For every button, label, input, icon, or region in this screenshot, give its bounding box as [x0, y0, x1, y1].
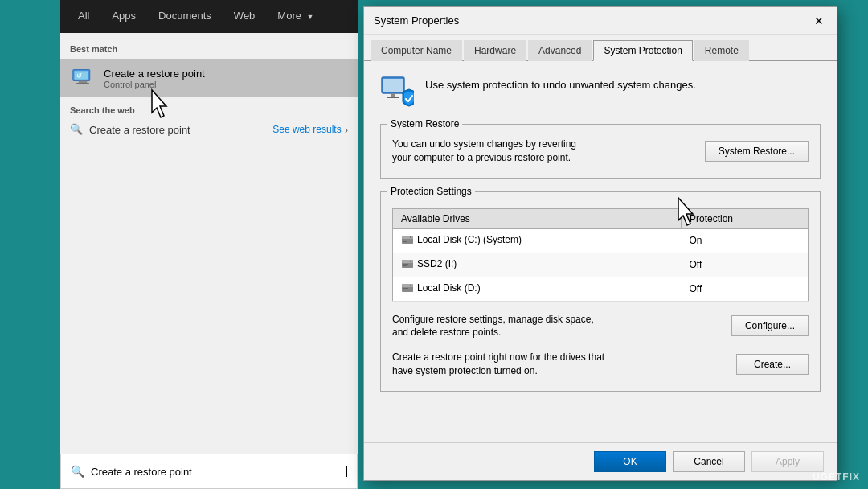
create-text: Create a restore point right now for the…: [392, 351, 736, 378]
table-row: SSD2 (I:) Off: [393, 253, 809, 277]
web-search-result[interactable]: 🔍 Create a restore point See web results…: [60, 118, 358, 141]
web-search-chevron: ›: [345, 124, 348, 136]
dialog-footer: OK Cancel Apply: [364, 442, 837, 480]
search-bar-icon: 🔍: [71, 465, 84, 478]
dialog-body: Use system protection to undo unwanted s…: [364, 61, 837, 442]
drive-icon-c: Local Disk (C:) (System): [401, 233, 522, 246]
teal-right-bg: [837, 0, 868, 489]
tab-computer-name[interactable]: Computer Name: [371, 40, 462, 61]
create-button[interactable]: Create...: [736, 354, 809, 375]
protection-settings-table: Available Drives Protection Local Disk (…: [392, 208, 809, 302]
search-icon: 🔍: [70, 123, 83, 136]
tab-web[interactable]: Web: [223, 0, 267, 33]
start-menu-content: Best match ↺ Create a restore point Cont…: [60, 33, 358, 454]
protection-settings-section: Protection Settings Available Drives Pro…: [380, 191, 821, 392]
svg-rect-13: [403, 240, 408, 240]
apply-button[interactable]: Apply: [751, 451, 824, 472]
table-row: Local Disk (D:) Off: [393, 277, 809, 301]
tab-apps[interactable]: Apps: [100, 0, 147, 33]
tab-all[interactable]: All: [67, 0, 100, 33]
svg-rect-14: [403, 241, 407, 242]
start-menu-panel: All Apps Documents Web More ▼ Best match…: [60, 0, 358, 489]
teal-left-bg: [0, 0, 60, 489]
configure-text: Configure restore settings, manage disk …: [392, 313, 731, 340]
search-result-restore-point[interactable]: ↺ Create a restore point Control panel: [60, 59, 358, 97]
svg-rect-24: [403, 290, 407, 290]
system-restore-button[interactable]: System Restore...: [705, 141, 809, 162]
drives-column-header: Available Drives: [393, 208, 682, 228]
svg-rect-2: [79, 81, 88, 84]
tab-system-protection[interactable]: System Protection: [593, 40, 692, 61]
best-match-label: Best match: [60, 41, 358, 59]
tab-remote[interactable]: Remote: [694, 40, 749, 61]
system-restore-section: System Restore You can undo system chang…: [380, 124, 821, 179]
protection-cell: On: [682, 228, 809, 253]
protection-column-header: Protection: [682, 208, 809, 228]
cancel-button[interactable]: Cancel: [673, 451, 745, 472]
svg-rect-18: [403, 264, 408, 265]
svg-text:↺: ↺: [76, 72, 82, 80]
web-search-text: Create a restore point: [89, 124, 268, 136]
create-row: Create a restore point right now for the…: [392, 351, 809, 378]
drive-icon-i: SSD2 (I:): [401, 257, 457, 270]
system-restore-row: You can undo system changes by reverting…: [392, 138, 809, 165]
svg-point-22: [410, 285, 411, 286]
drive-icon-d: Local Disk (D:): [401, 281, 481, 294]
ok-button[interactable]: OK: [594, 451, 666, 472]
tab-advanced[interactable]: Advanced: [528, 40, 592, 61]
system-properties-dialog: System Properties ✕ Computer Name Hardwa…: [363, 6, 837, 481]
search-bar[interactable]: 🔍 Create a restore point: [60, 454, 358, 489]
system-protection-icon: [380, 74, 414, 108]
restore-point-icon: ↺: [70, 65, 96, 91]
protection-cell: Off: [682, 277, 809, 301]
configure-row: Configure restore settings, manage disk …: [392, 313, 809, 340]
system-restore-legend: System Restore: [387, 118, 462, 129]
table-row: Local Disk (C:) (System) On: [393, 228, 809, 253]
dialog-title: System Properties: [374, 14, 811, 27]
system-protection-description: Use system protection to undo unwanted s…: [425, 74, 696, 91]
text-cursor: [346, 466, 347, 477]
restore-point-result-text: Create a restore point Control panel: [104, 68, 205, 89]
tab-hardware[interactable]: Hardware: [464, 40, 526, 61]
svg-rect-23: [403, 288, 408, 289]
drive-cell: Local Disk (D:): [393, 277, 682, 301]
restore-point-title: Create a restore point: [104, 68, 205, 80]
svg-rect-3: [76, 83, 89, 84]
protection-cell: Off: [682, 253, 809, 277]
see-web-results-link[interactable]: See web results: [272, 124, 341, 135]
configure-button[interactable]: Configure...: [731, 315, 809, 336]
svg-rect-9: [387, 97, 399, 98]
restore-point-subtitle: Control panel: [104, 80, 205, 89]
svg-rect-8: [391, 93, 395, 97]
system-restore-text: You can undo system changes by reverting…: [392, 138, 705, 165]
search-web-label: Search the web: [60, 97, 358, 118]
dialog-tabs: Computer Name Hardware Advanced System P…: [364, 35, 837, 61]
svg-point-17: [410, 261, 411, 262]
watermark: UGETFIX: [813, 471, 860, 483]
dialog-titlebar: System Properties ✕: [364, 7, 837, 35]
drive-cell: SSD2 (I:): [393, 253, 682, 277]
system-restore-header: Use system protection to undo unwanted s…: [380, 74, 821, 108]
svg-point-12: [410, 236, 411, 238]
more-dropdown-arrow: ▼: [307, 13, 314, 21]
svg-rect-7: [383, 79, 403, 92]
search-input[interactable]: Create a restore point: [91, 466, 346, 478]
svg-rect-19: [403, 265, 407, 266]
drive-cell: Local Disk (C:) (System): [393, 228, 682, 253]
tab-documents[interactable]: Documents: [147, 0, 223, 33]
tab-more[interactable]: More ▼: [266, 0, 325, 33]
protection-settings-legend: Protection Settings: [387, 186, 475, 197]
dialog-close-button[interactable]: ✕: [811, 13, 827, 29]
start-menu-tabs: All Apps Documents Web More ▼: [60, 0, 358, 33]
